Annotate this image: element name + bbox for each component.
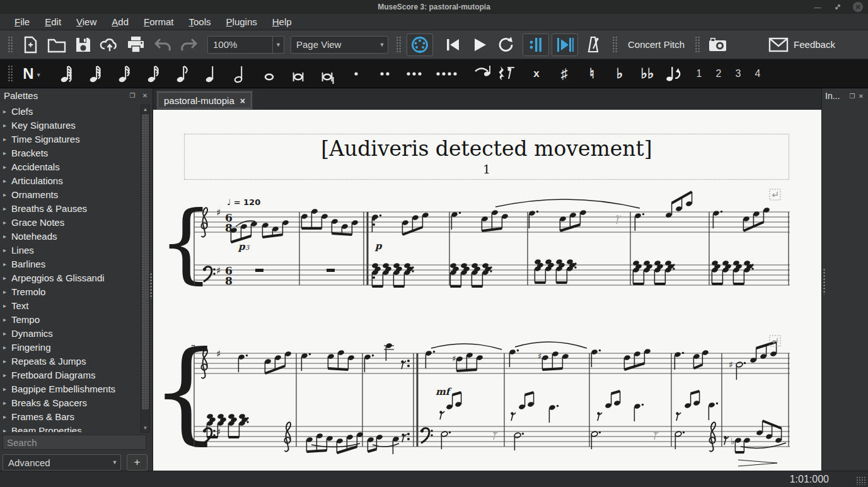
palette-item-barlines[interactable]: ▸Barlines xyxy=(0,257,153,271)
natural-button[interactable]: ♮ xyxy=(581,62,603,86)
toolbar-drag-handle[interactable] xyxy=(8,65,13,83)
close-panel-icon[interactable]: ✕ xyxy=(857,93,865,100)
menu-format[interactable]: Format xyxy=(137,15,181,29)
voice-1-button[interactable]: 1 xyxy=(691,62,707,86)
double-dot-button[interactable] xyxy=(376,62,398,86)
expand-arrow-icon[interactable]: ▸ xyxy=(3,274,11,281)
tie-button[interactable] xyxy=(472,62,493,86)
note-32nd-button[interactable] xyxy=(114,62,136,86)
chevron-down-icon[interactable]: ▼ xyxy=(36,72,42,78)
expand-arrow-icon[interactable]: ▸ xyxy=(3,163,11,170)
palette-item-time-signatures[interactable]: ▸Time Signatures xyxy=(0,132,153,146)
augmentation-dot-button[interactable] xyxy=(347,62,369,86)
image-capture-button[interactable] xyxy=(704,33,731,57)
expand-arrow-icon[interactable]: ▸ xyxy=(3,330,11,337)
expand-arrow-icon[interactable]: ▸ xyxy=(3,136,11,143)
note-quarter-button[interactable] xyxy=(201,62,223,86)
float-panel-icon[interactable]: ❐ xyxy=(848,93,856,100)
expand-arrow-icon[interactable]: ▸ xyxy=(3,191,11,198)
chevron-down-icon[interactable]: ▼ xyxy=(272,37,284,53)
close-panel-icon[interactable]: ✕ xyxy=(141,92,149,99)
expand-arrow-icon[interactable]: ▸ xyxy=(3,344,11,351)
palette-item-fingering[interactable]: ▸Fingering xyxy=(0,341,153,355)
note-half-button[interactable] xyxy=(230,62,252,86)
minimize-button[interactable]: — xyxy=(813,2,823,12)
expand-arrow-icon[interactable]: ▸ xyxy=(3,219,11,226)
feedback-button[interactable]: Feedback xyxy=(768,37,835,52)
score-canvas[interactable]: {♯♯6868♩ = 120p3p{♯♯7♯♯♯mf♭ xyxy=(153,110,821,471)
palette-item-bagpipe-embellishments[interactable]: ▸Bagpipe Embellishments xyxy=(0,382,153,396)
voice-3-button[interactable]: 3 xyxy=(730,62,746,86)
palette-item-key-signatures[interactable]: ▸Key Signatures xyxy=(0,119,153,132)
palette-item-arpeggios-glissandi[interactable]: ▸Arpeggios & Glissandi xyxy=(0,271,153,285)
palette-item-clefs[interactable]: ▸Clefs xyxy=(0,105,153,119)
note-whole-button[interactable] xyxy=(259,62,281,86)
expand-arrow-icon[interactable]: ▸ xyxy=(3,261,11,267)
note-eighth-button[interactable] xyxy=(172,62,194,86)
workspace-combo[interactable]: Advanced ▼ xyxy=(3,454,121,471)
note-input-mode-button[interactable]: N ▼ xyxy=(17,62,49,86)
scrollbar-thumb[interactable] xyxy=(142,114,149,409)
palette-item-beam-properties[interactable]: ▸Beam Properties xyxy=(0,424,153,432)
expand-arrow-icon[interactable]: ▸ xyxy=(3,205,11,212)
palette-item-frames-bars[interactable]: ▸Frames & Bars xyxy=(0,410,153,424)
tab-close-icon[interactable]: × xyxy=(240,96,245,106)
note-longa-button[interactable] xyxy=(317,62,339,86)
redo-button[interactable] xyxy=(176,33,202,57)
note-16th-button[interactable] xyxy=(143,62,165,86)
chevron-down-icon[interactable]: ▼ xyxy=(376,37,388,53)
expand-arrow-icon[interactable]: ▸ xyxy=(3,122,11,129)
view-mode-combo[interactable]: Page View ▼ xyxy=(291,36,388,54)
menu-tools[interactable]: Tools xyxy=(182,15,218,29)
toolbar-drag-handle[interactable] xyxy=(612,36,618,54)
palette-item-grace-notes[interactable]: ▸Grace Notes xyxy=(0,216,153,230)
add-workspace-button[interactable]: + xyxy=(127,454,148,471)
palette-item-noteheads[interactable]: ▸Noteheads xyxy=(0,230,153,244)
play-repeats-toggle[interactable] xyxy=(523,33,549,56)
quadruple-dot-button[interactable] xyxy=(435,62,463,86)
palette-item-fretboard-diagrams[interactable]: ▸Fretboard Diagrams xyxy=(0,368,153,382)
menu-view[interactable]: View xyxy=(69,15,103,29)
expand-arrow-icon[interactable]: ▸ xyxy=(3,399,11,406)
palette-item-tempo[interactable]: ▸Tempo xyxy=(0,313,153,327)
pan-score-toggle[interactable] xyxy=(552,33,578,56)
palette-item-dynamics[interactable]: ▸Dynamics xyxy=(0,327,153,341)
palette-item-articulations[interactable]: ▸Articulations xyxy=(0,174,153,188)
print-button[interactable] xyxy=(123,33,149,57)
rest-button[interactable] xyxy=(495,62,518,86)
palette-scrollbar[interactable]: ▲ ▼ xyxy=(141,105,150,433)
menu-help[interactable]: Help xyxy=(265,15,299,29)
score-view[interactable]: [Audiveris detected movement] 1 {♯♯6868♩… xyxy=(153,110,821,471)
expand-arrow-icon[interactable]: ▸ xyxy=(3,108,11,115)
note-128th-button[interactable] xyxy=(56,62,78,86)
palette-item-breaks-spacers[interactable]: ▸Breaks & Spacers xyxy=(0,396,153,410)
flip-direction-button[interactable] xyxy=(663,62,685,86)
note-64th-button[interactable] xyxy=(85,62,107,86)
expand-arrow-icon[interactable]: ▸ xyxy=(3,372,11,378)
midi-input-toggle[interactable] xyxy=(407,33,433,56)
panel-splitter-handle[interactable] xyxy=(823,268,826,295)
maximize-button[interactable] xyxy=(833,2,843,12)
toolbar-drag-handle[interactable] xyxy=(8,36,13,54)
palette-item-breaths-pauses[interactable]: ▸Breaths & Pauses xyxy=(0,202,153,216)
sharp-button[interactable]: ♯ xyxy=(553,62,575,86)
loop-playback-button[interactable] xyxy=(492,33,519,57)
expand-arrow-icon[interactable]: ▸ xyxy=(3,177,11,184)
chevron-down-icon[interactable]: ▼ xyxy=(109,455,120,470)
note-breve-button[interactable] xyxy=(288,62,310,86)
scroll-up-icon[interactable]: ▲ xyxy=(141,105,149,114)
new-score-button[interactable] xyxy=(17,33,43,57)
palette-item-brackets[interactable]: ▸Brackets xyxy=(0,146,153,160)
concert-pitch-toggle[interactable]: Concert Pitch xyxy=(622,39,691,50)
toolbar-drag-handle[interactable] xyxy=(396,36,402,54)
menu-edit[interactable]: Edit xyxy=(38,15,68,29)
voice-4-button[interactable]: 4 xyxy=(749,62,766,86)
expand-arrow-icon[interactable]: ▸ xyxy=(3,358,11,365)
float-panel-icon[interactable]: ❐ xyxy=(129,92,136,99)
triple-dot-button[interactable] xyxy=(405,62,427,86)
expand-arrow-icon[interactable]: ▸ xyxy=(3,385,11,392)
save-online-button[interactable] xyxy=(96,33,123,57)
zoom-combo[interactable]: 100% ▼ xyxy=(207,36,284,54)
rewind-button[interactable] xyxy=(439,33,466,57)
expand-arrow-icon[interactable]: ▸ xyxy=(3,427,11,432)
